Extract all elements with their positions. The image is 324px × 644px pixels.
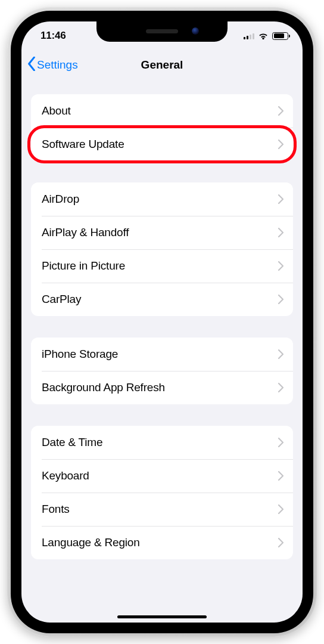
row-airdrop[interactable]: AirDrop (31, 182, 293, 216)
phone-bezel: 11:46 Settings (11, 11, 313, 633)
row-label: Keyboard (42, 469, 89, 482)
nav-bar: Settings General (21, 50, 303, 80)
chevron-right-icon (278, 228, 284, 237)
row-label: Fonts (42, 503, 70, 516)
back-label: Settings (37, 58, 78, 72)
chevron-right-icon (278, 140, 284, 149)
screen: 11:46 Settings (21, 21, 303, 623)
status-time: 11:46 (35, 30, 66, 42)
chevron-right-icon (278, 504, 284, 514)
page-title: General (141, 58, 183, 72)
row-iphone-storage[interactable]: iPhone Storage (31, 338, 293, 371)
speaker-grille (146, 29, 178, 33)
settings-group: Date & TimeKeyboardFontsLanguage & Regio… (31, 426, 293, 559)
row-picture-in-picture[interactable]: Picture in Picture (31, 249, 293, 283)
settings-group: AboutSoftware Update (31, 94, 293, 161)
chevron-right-icon (278, 106, 284, 116)
settings-group: AirDropAirPlay & HandoffPicture in Pictu… (31, 182, 293, 316)
wifi-icon (258, 32, 269, 40)
chevron-left-icon (27, 57, 36, 74)
row-label: iPhone Storage (42, 348, 118, 361)
chevron-right-icon (278, 261, 284, 271)
front-camera (192, 27, 199, 35)
row-label: Date & Time (42, 436, 102, 449)
chevron-right-icon (278, 383, 284, 392)
chevron-right-icon (278, 538, 284, 547)
row-label: AirDrop (42, 193, 79, 206)
row-about[interactable]: About (31, 94, 293, 128)
status-right (244, 32, 289, 40)
cellular-icon (244, 32, 254, 39)
row-label: Picture in Picture (42, 259, 125, 273)
row-label: Background App Refresh (42, 381, 165, 394)
row-label: About (42, 104, 71, 117)
chevron-right-icon (278, 194, 284, 204)
row-carplay[interactable]: CarPlay (31, 283, 293, 316)
row-label: AirPlay & Handoff (42, 226, 129, 239)
row-language-region[interactable]: Language & Region (31, 526, 293, 559)
row-label: Software Update (42, 138, 124, 151)
settings-list[interactable]: AboutSoftware UpdateAirDropAirPlay & Han… (21, 80, 303, 559)
chevron-right-icon (278, 438, 284, 447)
notch (96, 21, 228, 42)
row-fonts[interactable]: Fonts (31, 493, 293, 526)
chevron-right-icon (278, 349, 284, 359)
back-button[interactable]: Settings (27, 50, 78, 80)
battery-icon (272, 32, 288, 40)
row-keyboard[interactable]: Keyboard (31, 459, 293, 493)
phone-frame: 11:46 Settings (7, 7, 317, 637)
home-indicator[interactable] (117, 615, 207, 618)
row-software-update[interactable]: Software Update (31, 128, 293, 161)
chevron-right-icon (278, 471, 284, 481)
row-label: Language & Region (42, 536, 140, 549)
row-background-app-refresh[interactable]: Background App Refresh (31, 371, 293, 404)
row-date-time[interactable]: Date & Time (31, 426, 293, 459)
chevron-right-icon (278, 295, 284, 304)
settings-group: iPhone StorageBackground App Refresh (31, 338, 293, 404)
row-airplay-handoff[interactable]: AirPlay & Handoff (31, 216, 293, 249)
row-label: CarPlay (42, 293, 81, 306)
